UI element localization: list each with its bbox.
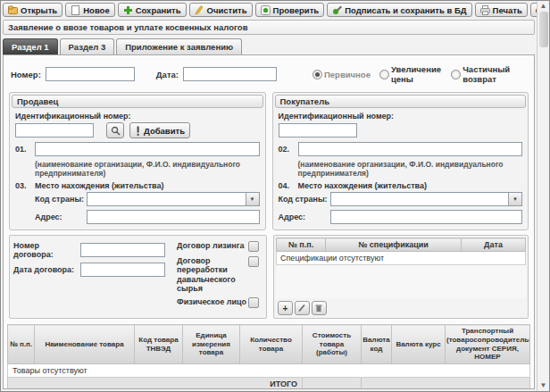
goods-table: № п.п. Наименование товара Код товара ТН…	[7, 324, 530, 389]
chevron-down-icon[interactable]: ▼	[508, 193, 521, 205]
specifications-toolbar: +	[276, 298, 526, 316]
buyer-line-04-label: 04.	[279, 181, 298, 190]
buyer-id-input[interactable]	[279, 123, 357, 138]
radio-price-increase[interactable]	[379, 70, 389, 79]
trash-icon	[314, 304, 324, 313]
seller-address-input[interactable]	[87, 210, 260, 224]
buyer-country-select[interactable]: ▼	[330, 192, 523, 206]
page-title: Заявление о ввозе товаров и уплате косве…	[3, 20, 535, 35]
spec-add-button[interactable]: +	[278, 301, 293, 315]
buyer-address-input[interactable]	[330, 210, 523, 224]
buyer-panel-title: Покупатель	[275, 95, 527, 108]
buyer-panel: Покупатель Идентификационный номер: 02. …	[272, 92, 529, 230]
radio-primary[interactable]	[312, 70, 322, 79]
leasing-checkbox[interactable]	[248, 241, 259, 252]
spec-edit-button[interactable]	[295, 301, 310, 315]
verify-icon	[261, 5, 271, 15]
spec-col-specification: № спецификации	[326, 238, 462, 252]
contract-date-input[interactable]	[80, 263, 165, 277]
seller-panel-title: Продавец	[12, 95, 263, 108]
buyer-name-input[interactable]	[298, 142, 523, 156]
vertical-scrollbar[interactable]: ▲ ▼	[537, 1, 549, 391]
print-button[interactable]: Печать	[475, 3, 528, 17]
seller-address-label: Адрес:	[35, 213, 87, 221]
vertical-scrollbar-thumb[interactable]	[539, 12, 548, 47]
seller-location-label: Место нахождения (жительства)	[35, 181, 164, 190]
goods-col-tnved: Код товара ТНВЭД	[135, 325, 183, 363]
search-icon	[111, 126, 121, 136]
contract-date-label: Дата договора:	[13, 265, 80, 274]
seller-line-01-label: 01.	[15, 145, 35, 154]
seller-country-label: Код страны:	[35, 195, 87, 204]
buyer-id-label: Идентификационный номер:	[279, 112, 523, 121]
buyer-name-caption: (наименование организации, Ф.И.О. индиви…	[298, 160, 523, 178]
tab-section-3[interactable]: Раздел 3	[60, 38, 115, 54]
seller-country-value	[88, 193, 246, 205]
specifications-empty-text: Спецификации отсутствуют	[276, 252, 526, 265]
chevron-down-icon[interactable]: ▼	[246, 193, 259, 205]
document-header-row: Номер: Дата: Первичное Увеличение цены Ч…	[7, 58, 530, 92]
printer-icon	[480, 5, 490, 15]
buyer-location-label: Место нахождения (жительства)	[298, 181, 428, 190]
section-tabs: Раздел 1 Раздел 3 Приложение к заявлению	[3, 38, 535, 54]
date-label: Дата:	[156, 70, 179, 79]
seller-id-search-button[interactable]	[106, 122, 124, 138]
folder-open-icon	[8, 5, 18, 15]
contract-block: Номер договора: Дата договора: Договор л…	[9, 235, 267, 319]
new-button[interactable]: Новое	[65, 3, 114, 17]
section-1-content: Номер: Дата: Первичное Увеличение цены Ч…	[3, 54, 535, 389]
new-document-icon	[71, 5, 80, 15]
buyer-country-label: Код страны:	[279, 195, 330, 204]
goods-total-row: ИТОГО	[8, 377, 530, 389]
open-button[interactable]: Открыть	[3, 3, 62, 17]
spec-col-num: № п.п.	[277, 238, 326, 252]
contract-number-input[interactable]	[80, 243, 165, 257]
tab-section-1[interactable]: Раздел 1	[3, 38, 58, 54]
sign-icon	[332, 5, 342, 15]
individual-checkbox[interactable]	[248, 297, 259, 308]
seller-name-input[interactable]	[35, 142, 260, 156]
individual-checkbox-label: Физическое лицо	[177, 297, 248, 306]
main-toolbar: Открыть Новое Сохранить Очистить Провери…	[1, 1, 537, 19]
exclamation-icon	[135, 126, 141, 136]
radio-primary-label: Первичное	[324, 70, 371, 79]
goods-col-name: Наименование товара	[35, 325, 135, 363]
specifications-panel: № п.п. № спецификации Дата Спецификации …	[273, 235, 529, 319]
radio-partial-return-label: Частичный возврат	[462, 64, 520, 84]
goods-col-cost: Стоимость товара (работы)	[303, 325, 362, 363]
number-input[interactable]	[46, 67, 135, 81]
pencil-icon	[297, 304, 307, 313]
date-input[interactable]	[183, 67, 277, 81]
sign-save-button[interactable]: Подписать и сохранить в БД	[327, 3, 471, 17]
buyer-line-02-label: 02.	[279, 145, 298, 154]
goods-total-right-cell	[362, 377, 530, 389]
save-plus-icon	[123, 5, 133, 15]
application-window: ▲ ▼ Открыть Новое Сохранить Очистить	[0, 0, 550, 392]
goods-col-currency-code: Валюта код	[362, 325, 392, 363]
specifications-table: № п.п. № спецификации Дата	[276, 238, 526, 252]
leasing-checkbox-label: Договор лизинга	[177, 241, 248, 250]
seller-add-button[interactable]: Добавить	[129, 122, 190, 138]
radio-partial-return[interactable]	[451, 70, 461, 79]
goods-col-num: № п.п.	[8, 325, 35, 363]
buyer-country-value	[331, 193, 509, 205]
seller-panel: Продавец Идентификационный номер: Добави…	[9, 92, 266, 230]
goods-col-unit: Единица измерения товара	[183, 325, 240, 363]
verify-button[interactable]: Проверить	[255, 3, 325, 17]
save-button[interactable]: Сохранить	[118, 3, 187, 17]
scroll-down-icon[interactable]: ▼	[540, 382, 547, 389]
tolling-checkbox-label: Договор переработки давальческого сырья	[177, 256, 248, 293]
seller-country-select[interactable]: ▼	[87, 192, 260, 206]
goods-total-label: ИТОГО	[8, 377, 303, 389]
clear-button[interactable]: Очистить	[189, 3, 253, 17]
tab-appendix[interactable]: Приложение к заявлению	[116, 38, 242, 54]
spec-delete-button[interactable]	[312, 301, 327, 315]
goods-col-currency-rate: Валюта курс	[392, 325, 446, 363]
goods-total-cost-cell	[303, 377, 362, 389]
scroll-up-icon[interactable]: ▲	[540, 3, 547, 10]
contract-number-label: Номер договора:	[13, 241, 80, 259]
seller-id-input[interactable]	[15, 123, 94, 138]
goods-col-quantity: Количество товара	[240, 325, 303, 363]
seller-id-label: Идентификационный номер:	[15, 112, 260, 121]
tolling-checkbox[interactable]	[248, 256, 259, 267]
